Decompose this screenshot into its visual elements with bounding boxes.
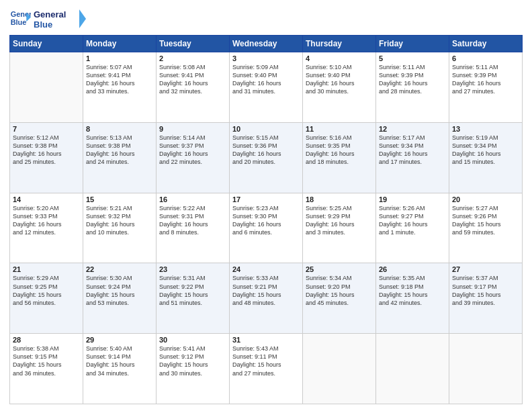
calendar-week-row: 1Sunrise: 5:07 AM Sunset: 9:41 PM Daylig…: [10, 52, 523, 123]
calendar-cell: 22Sunrise: 5:30 AM Sunset: 9:24 PM Dayli…: [83, 263, 157, 334]
day-number: 4: [306, 54, 373, 62]
weekday-header-sunday: Sunday: [10, 36, 83, 52]
day-number: 20: [452, 195, 519, 203]
calendar-cell: 29Sunrise: 5:40 AM Sunset: 9:14 PM Dayli…: [83, 334, 157, 404]
cell-info: Sunrise: 5:13 AM Sunset: 9:38 PM Dayligh…: [86, 134, 153, 167]
page: General Blue General Blue SundayMondayTu…: [0, 0, 532, 411]
cell-info: Sunrise: 5:07 AM Sunset: 9:41 PM Dayligh…: [86, 63, 153, 96]
cell-info: Sunrise: 5:29 AM Sunset: 9:25 PM Dayligh…: [13, 274, 80, 307]
cell-info: Sunrise: 5:12 AM Sunset: 9:38 PM Dayligh…: [13, 134, 80, 167]
logo-svg: General Blue: [34, 7, 87, 31]
cell-info: Sunrise: 5:38 AM Sunset: 9:15 PM Dayligh…: [13, 345, 80, 377]
cell-info: Sunrise: 5:21 AM Sunset: 9:32 PM Dayligh…: [86, 204, 153, 237]
calendar-cell: 27Sunrise: 5:37 AM Sunset: 9:17 PM Dayli…: [449, 263, 523, 334]
cell-info: Sunrise: 5:09 AM Sunset: 9:40 PM Dayligh…: [232, 63, 300, 96]
calendar-cell: [303, 334, 376, 404]
day-number: 17: [232, 195, 300, 203]
calendar-cell: 18Sunrise: 5:25 AM Sunset: 9:29 PM Dayli…: [303, 193, 376, 263]
cell-info: Sunrise: 5:23 AM Sunset: 9:30 PM Dayligh…: [232, 204, 300, 237]
calendar-cell: 26Sunrise: 5:35 AM Sunset: 9:18 PM Dayli…: [376, 263, 449, 334]
calendar-cell: 7Sunrise: 5:12 AM Sunset: 9:38 PM Daylig…: [10, 122, 83, 193]
calendar-cell: 19Sunrise: 5:26 AM Sunset: 9:27 PM Dayli…: [376, 193, 449, 263]
calendar-table: SundayMondayTuesdayWednesdayThursdayFrid…: [9, 35, 523, 404]
calendar-cell: 30Sunrise: 5:41 AM Sunset: 9:12 PM Dayli…: [157, 334, 230, 404]
day-number: 25: [306, 265, 373, 273]
weekday-header-saturday: Saturday: [449, 36, 523, 52]
calendar-cell: 20Sunrise: 5:27 AM Sunset: 9:26 PM Dayli…: [449, 193, 523, 263]
day-number: 22: [86, 265, 153, 273]
day-number: 7: [13, 125, 80, 133]
calendar-cell: 28Sunrise: 5:38 AM Sunset: 9:15 PM Dayli…: [10, 334, 83, 404]
calendar-cell: 1Sunrise: 5:07 AM Sunset: 9:41 PM Daylig…: [83, 52, 157, 123]
cell-info: Sunrise: 5:35 AM Sunset: 9:18 PM Dayligh…: [379, 274, 446, 307]
cell-info: Sunrise: 5:14 AM Sunset: 9:37 PM Dayligh…: [159, 134, 226, 167]
calendar-week-row: 28Sunrise: 5:38 AM Sunset: 9:15 PM Dayli…: [10, 334, 523, 404]
calendar-cell: 13Sunrise: 5:19 AM Sunset: 9:34 PM Dayli…: [449, 122, 523, 193]
cell-info: Sunrise: 5:16 AM Sunset: 9:35 PM Dayligh…: [306, 134, 373, 167]
cell-info: Sunrise: 5:33 AM Sunset: 9:21 PM Dayligh…: [232, 274, 300, 307]
calendar-cell: 14Sunrise: 5:20 AM Sunset: 9:33 PM Dayli…: [10, 193, 83, 263]
cell-info: Sunrise: 5:43 AM Sunset: 9:11 PM Dayligh…: [232, 345, 300, 377]
cell-info: Sunrise: 5:25 AM Sunset: 9:29 PM Dayligh…: [306, 204, 373, 237]
day-number: 30: [159, 336, 226, 344]
day-number: 15: [86, 195, 153, 203]
day-number: 9: [159, 125, 226, 133]
logo: General Blue General Blue: [9, 7, 87, 31]
cell-info: Sunrise: 5:19 AM Sunset: 9:34 PM Dayligh…: [452, 134, 519, 167]
calendar-cell: 2Sunrise: 5:08 AM Sunset: 9:41 PM Daylig…: [157, 52, 230, 123]
calendar-cell: 23Sunrise: 5:31 AM Sunset: 9:22 PM Dayli…: [157, 263, 230, 334]
cell-info: Sunrise: 5:15 AM Sunset: 9:36 PM Dayligh…: [232, 134, 300, 167]
svg-text:General: General: [34, 9, 66, 19]
day-number: 26: [379, 265, 446, 273]
calendar-cell: 10Sunrise: 5:15 AM Sunset: 9:36 PM Dayli…: [230, 122, 303, 193]
day-number: 1: [86, 54, 153, 62]
day-number: 29: [86, 336, 153, 344]
cell-info: Sunrise: 5:37 AM Sunset: 9:17 PM Dayligh…: [452, 274, 519, 307]
calendar-week-row: 21Sunrise: 5:29 AM Sunset: 9:25 PM Dayli…: [10, 263, 523, 334]
day-number: 3: [232, 54, 300, 62]
calendar-cell: 21Sunrise: 5:29 AM Sunset: 9:25 PM Dayli…: [10, 263, 83, 334]
calendar-cell: 24Sunrise: 5:33 AM Sunset: 9:21 PM Dayli…: [230, 263, 303, 334]
calendar-cell: 25Sunrise: 5:34 AM Sunset: 9:20 PM Dayli…: [303, 263, 376, 334]
calendar-week-row: 14Sunrise: 5:20 AM Sunset: 9:33 PM Dayli…: [10, 193, 523, 263]
cell-info: Sunrise: 5:20 AM Sunset: 9:33 PM Dayligh…: [13, 204, 80, 237]
day-number: 13: [452, 125, 519, 133]
weekday-header-tuesday: Tuesday: [157, 36, 230, 52]
cell-info: Sunrise: 5:27 AM Sunset: 9:26 PM Dayligh…: [452, 204, 519, 237]
day-number: 18: [306, 195, 373, 203]
day-number: 16: [159, 195, 226, 203]
calendar-cell: 16Sunrise: 5:22 AM Sunset: 9:31 PM Dayli…: [157, 193, 230, 263]
cell-info: Sunrise: 5:30 AM Sunset: 9:24 PM Dayligh…: [86, 274, 153, 307]
day-number: 27: [452, 265, 519, 273]
cell-info: Sunrise: 5:22 AM Sunset: 9:31 PM Dayligh…: [159, 204, 226, 237]
day-number: 21: [13, 265, 80, 273]
calendar-cell: 4Sunrise: 5:10 AM Sunset: 9:40 PM Daylig…: [303, 52, 376, 123]
day-number: 2: [159, 54, 226, 62]
calendar-cell: [10, 52, 83, 123]
cell-info: Sunrise: 5:34 AM Sunset: 9:20 PM Dayligh…: [306, 274, 373, 307]
calendar-cell: [449, 334, 523, 404]
day-number: 12: [379, 125, 446, 133]
calendar-cell: 15Sunrise: 5:21 AM Sunset: 9:32 PM Dayli…: [83, 193, 157, 263]
day-number: 8: [86, 125, 153, 133]
day-number: 28: [13, 336, 80, 344]
header: General Blue General Blue: [9, 7, 523, 31]
cell-info: Sunrise: 5:31 AM Sunset: 9:22 PM Dayligh…: [159, 274, 226, 307]
cell-info: Sunrise: 5:26 AM Sunset: 9:27 PM Dayligh…: [379, 204, 446, 237]
svg-text:Blue: Blue: [11, 18, 27, 26]
day-number: 19: [379, 195, 446, 203]
calendar-cell: 5Sunrise: 5:11 AM Sunset: 9:39 PM Daylig…: [376, 52, 449, 123]
calendar-cell: 17Sunrise: 5:23 AM Sunset: 9:30 PM Dayli…: [230, 193, 303, 263]
day-number: 5: [379, 54, 446, 62]
cell-info: Sunrise: 5:08 AM Sunset: 9:41 PM Dayligh…: [159, 63, 226, 96]
day-number: 11: [306, 125, 373, 133]
svg-marker-5: [79, 9, 86, 28]
svg-text:Blue: Blue: [34, 19, 52, 30]
cell-info: Sunrise: 5:11 AM Sunset: 9:39 PM Dayligh…: [379, 63, 446, 96]
day-number: 24: [232, 265, 300, 273]
day-number: 14: [13, 195, 80, 203]
cell-info: Sunrise: 5:40 AM Sunset: 9:14 PM Dayligh…: [86, 345, 153, 377]
logo-icon: General Blue: [9, 8, 31, 30]
day-number: 31: [232, 336, 300, 344]
weekday-header-row: SundayMondayTuesdayWednesdayThursdayFrid…: [10, 36, 523, 52]
